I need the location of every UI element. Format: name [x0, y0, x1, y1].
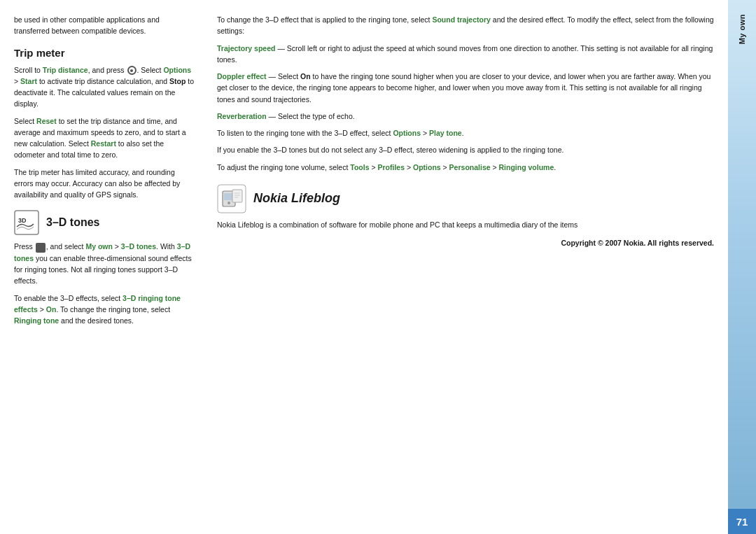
restart-link[interactable]: Restart	[91, 139, 116, 148]
joystick-icon	[127, 66, 136, 75]
3d-ringing-link[interactable]: 3–D ringing tone effects	[14, 294, 181, 314]
page-number: 71	[736, 516, 748, 528]
ringing-volume-link[interactable]: Ringing volume	[499, 163, 554, 171]
trajectory-speed-heading: Trajectory speed	[217, 44, 275, 52]
page-container: be used in other compatible applications…	[0, 0, 756, 534]
trip-meter-para2: Select Reset to set the trip distance an…	[14, 115, 196, 161]
on-link[interactable]: On	[46, 305, 57, 314]
lifeblog-text: Nokia Lifeblog is a combination of softw…	[217, 219, 714, 230]
sound-trajectory-link[interactable]: Sound trajectory	[432, 15, 490, 24]
reverberation-para: Reverberation — Select the type of echo.	[217, 111, 714, 122]
reverberation-dash: —	[269, 112, 278, 120]
3d-tones-link[interactable]: 3–D tones	[121, 242, 156, 251]
my-own-link[interactable]: My own	[85, 242, 113, 251]
adjust-text: To adjust the ringing tone volume, selec…	[217, 162, 714, 173]
doppler-dash: —	[269, 72, 278, 80]
sidebar-label: My own	[738, 14, 746, 44]
right-intro-text: To change the 3–D effect that is applied…	[217, 14, 714, 37]
stop-text: Stop	[169, 77, 186, 85]
svg-text:3D: 3D	[18, 217, 27, 224]
tools-link[interactable]: Tools	[350, 163, 369, 171]
3d-tones-icon: 3D	[14, 210, 39, 235]
trip-meter-para1: Scroll to Trip distance, and press . Sel…	[14, 64, 196, 110]
lifeblog-heading: Nokia Lifeblog	[253, 191, 340, 206]
options-link-2[interactable]: Options	[393, 129, 421, 137]
page-number-box: 71	[728, 509, 756, 534]
warning-text: If you enable the 3–D tones but do not s…	[217, 144, 714, 155]
trip-meter-heading: Trip meter	[14, 47, 196, 59]
options-link-1[interactable]: Options	[163, 66, 191, 74]
trip-meter-para3: The trip meter has limited accuracy, and…	[14, 167, 196, 201]
start-link[interactable]: Start	[20, 77, 37, 85]
trip-distance-link[interactable]: Trip distance	[43, 66, 88, 74]
lifeblog-icon	[217, 184, 246, 213]
svg-rect-6	[232, 190, 242, 202]
trajectory-dash: —	[277, 44, 286, 52]
3d-tones-para1: Press , and select My own > 3–D tones. W…	[14, 241, 196, 286]
right-column: To change the 3–D effect that is applied…	[217, 14, 714, 534]
reset-link[interactable]: Reset	[36, 117, 57, 125]
play-tone-link[interactable]: Play tone	[429, 129, 462, 137]
press-icon	[36, 243, 46, 253]
lifeblog-section-header: Nokia Lifeblog	[217, 184, 714, 213]
3d-tones-para2: To enable the 3–D effects, select 3–D ri…	[14, 293, 196, 327]
tones-section-header: 3D 3–D tones	[14, 210, 196, 235]
two-column-layout: be used in other compatible applications…	[0, 14, 728, 534]
top-text: be used in other compatible applications…	[14, 14, 196, 37]
ringing-tone-link[interactable]: Ringing tone	[14, 316, 59, 325]
personalise-link[interactable]: Personalise	[449, 163, 491, 171]
copyright-text: Copyright © 2007 Nokia. All rights reser…	[217, 239, 714, 247]
sidebar: My own 71	[728, 0, 756, 534]
3d-tones-heading: 3–D tones	[46, 216, 99, 229]
trajectory-speed-para: Trajectory speed — Scroll left or right …	[217, 43, 714, 66]
left-column: be used in other compatible applications…	[14, 14, 196, 534]
listen-text: To listen to the ringing tone with the 3…	[217, 127, 714, 139]
options-link-3[interactable]: Options	[413, 163, 441, 171]
main-content: be used in other compatible applications…	[0, 0, 728, 534]
profiles-link[interactable]: Profiles	[377, 163, 405, 171]
doppler-heading: Doppler effect	[217, 72, 267, 80]
reverberation-heading: Reverberation	[217, 112, 267, 120]
svg-point-5	[227, 202, 230, 204]
doppler-effect-para: Doppler effect — Select On to have the r…	[217, 71, 714, 105]
